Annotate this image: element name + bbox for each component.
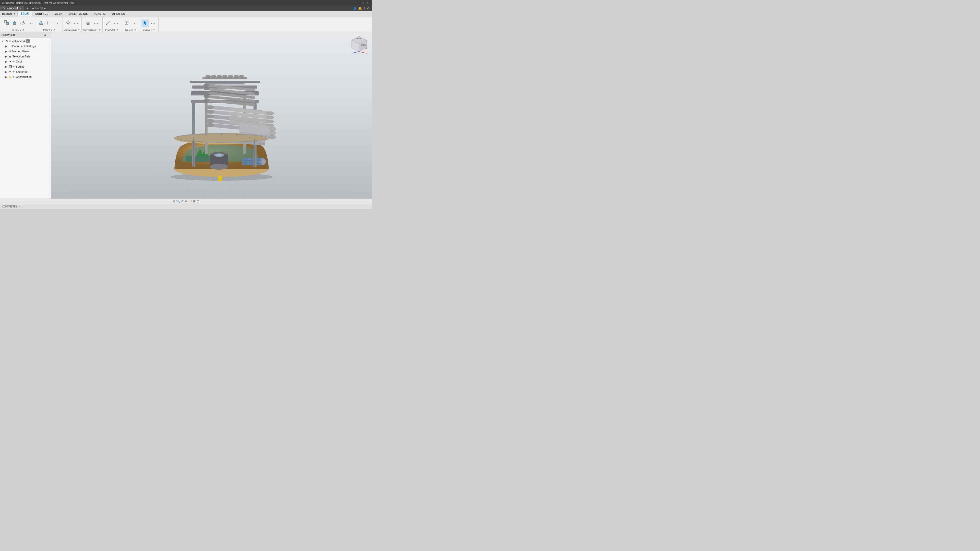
tree-toggle-doc-settings[interactable]: ▶: [5, 45, 8, 48]
select-label: SELECT ▼: [143, 29, 155, 32]
tree-toggle-origin[interactable]: ▶: [5, 60, 8, 63]
more-create-button[interactable]: ⋯: [27, 20, 34, 26]
ribbon-tab-sheet-metal[interactable]: SHEET METAL: [65, 11, 91, 17]
design-mode-label: DESIGN: [2, 13, 12, 15]
comments-label: COMMENTS: [2, 205, 17, 208]
extrude-icon: [12, 20, 18, 26]
new-component-icon: [3, 20, 9, 26]
close-button[interactable]: ✕: [366, 1, 370, 5]
svg-rect-89: [218, 176, 222, 181]
tree-toggle-sketches[interactable]: ▶: [5, 70, 8, 73]
tree-icon-sketches: ✏: [8, 70, 12, 73]
grid-icon[interactable]: ⊞: [193, 200, 196, 203]
browser-tree: ▼ ⚙ 👁 calliope v4 ● ▶ 📄 Document Setting…: [0, 38, 51, 198]
more-inspect-icon: ⋯: [114, 21, 118, 25]
settings-icon[interactable]: ⚙: [367, 6, 370, 10]
extrude-button[interactable]: [11, 19, 18, 27]
tab-calliope-v4[interactable]: ⚙ calliope v4 ✕: [0, 6, 24, 11]
select-button[interactable]: [142, 19, 149, 27]
help-icon[interactable]: ?: [364, 6, 365, 10]
navigation-gizmo[interactable]: TOP BACK X Y: [349, 35, 369, 56]
fillet-button[interactable]: [46, 19, 53, 27]
svg-point-73: [267, 111, 274, 115]
more-assemble-icon: ⋯: [74, 21, 78, 25]
new-component-button[interactable]: [3, 19, 10, 27]
viewport[interactable]: TOP BACK X Y: [51, 32, 372, 198]
fit-to-screen-icon[interactable]: ⊕: [173, 200, 175, 203]
insert-button[interactable]: [123, 19, 130, 27]
select-icon: [142, 20, 148, 26]
tree-toggle-named-views[interactable]: ▶: [5, 50, 8, 53]
user-icon[interactable]: 👤: [353, 6, 356, 10]
tree-label-root: calliope v4: [12, 40, 25, 43]
tree-eye-origin[interactable]: 👁: [12, 60, 16, 63]
pan-icon[interactable]: ✥: [185, 200, 187, 203]
svg-text:TOP: TOP: [357, 37, 361, 40]
minimize-button[interactable]: —: [357, 1, 360, 5]
notification-icon[interactable]: 🔔: [358, 6, 362, 10]
more-assemble-button[interactable]: ⋯: [73, 20, 80, 26]
new-tab-button[interactable]: +: [24, 6, 30, 11]
browser-collapse-button[interactable]: ◀: [44, 34, 46, 37]
tab-prev[interactable]: ◀: [32, 7, 34, 10]
tree-toggle-bodies[interactable]: ▶: [5, 65, 8, 68]
ribbon-tab-solid[interactable]: SOLID: [18, 11, 32, 17]
offset-plane-button[interactable]: [84, 19, 92, 27]
comments-expand[interactable]: ⋮: [21, 205, 24, 208]
tree-label-named-views: Named Views: [12, 50, 30, 53]
tree-label-doc-settings: Document Settings: [12, 44, 36, 48]
tree-item-doc-settings[interactable]: ▶ 📄 Document Settings: [0, 44, 51, 49]
tree-item-origin[interactable]: ▶ ✦ 👁 Origin: [0, 59, 51, 64]
tree-item-sketches[interactable]: ▶ ✏ 👁 Sketches: [0, 69, 51, 74]
tree-item-root[interactable]: ▼ ⚙ 👁 calliope v4 ●: [0, 38, 51, 44]
ribbon-tab-utilities[interactable]: UTILITIES: [109, 11, 128, 17]
tree-item-selection-sets[interactable]: ▶ ⊞ Selection Sets: [0, 54, 51, 59]
tree-toggle-construction[interactable]: ▶: [5, 76, 8, 78]
svg-point-78: [269, 131, 276, 135]
shadow-icon[interactable]: ◫: [197, 200, 199, 203]
tab-close-button[interactable]: ✕: [19, 7, 21, 10]
more-modify-button[interactable]: ⋯: [54, 20, 61, 26]
svg-line-101: [359, 52, 367, 53]
joint-button[interactable]: [64, 19, 72, 27]
press-pull-button[interactable]: [38, 19, 45, 27]
ribbon-group-modify: ⋯ MODIFY ▼: [36, 17, 63, 32]
display-mode-icon[interactable]: ⬜: [188, 200, 192, 203]
tree-item-construction[interactable]: ▶ 📐 👁 Construction: [0, 74, 51, 79]
ribbon-group-construct: ⋯ CONSTRUCT ▼: [82, 17, 103, 32]
more-construct-button[interactable]: ⋯: [92, 20, 100, 26]
more-create-icon: ⋯: [28, 21, 33, 25]
tree-item-named-views[interactable]: ▶ 👁 Named Views: [0, 49, 51, 54]
ribbon-group-create: ⋯ CREATE ▼: [1, 17, 36, 32]
ribbon-tab-plastic[interactable]: PLASTIC: [91, 11, 109, 17]
design-mode-selector[interactable]: DESIGN ▼: [0, 11, 18, 17]
tree-toggle-selection-sets[interactable]: ▶: [5, 55, 8, 58]
more-inspect-button[interactable]: ⋯: [112, 20, 119, 26]
tree-toggle-root[interactable]: ▼: [1, 40, 5, 43]
joint-icon: [65, 20, 71, 26]
tree-eye-bodies[interactable]: 👁: [12, 65, 16, 68]
tree-eye-construction[interactable]: 👁: [12, 76, 16, 78]
ribbon-tab-mesh[interactable]: MESH: [52, 11, 65, 17]
tree-eye-root[interactable]: 👁: [9, 40, 12, 43]
ribbon-tab-surface[interactable]: SURFACE: [32, 11, 51, 17]
measure-button[interactable]: [104, 19, 112, 27]
design-mode-dropdown[interactable]: ▼: [13, 13, 15, 15]
tab-next[interactable]: ▶: [44, 7, 46, 10]
more-select-button[interactable]: ⋯: [150, 20, 157, 26]
title-bar: Autodesk Fusion 360 (Personal - Not for …: [0, 0, 372, 6]
tree-eye-sketches[interactable]: 👁: [12, 70, 16, 73]
more-insert-button[interactable]: ⋯: [131, 20, 138, 26]
zoom-icon[interactable]: 🔍: [176, 200, 180, 203]
svg-rect-1: [6, 22, 8, 25]
restore-button[interactable]: □: [361, 1, 365, 5]
svg-marker-20: [144, 21, 146, 25]
revolve-button[interactable]: [19, 19, 27, 27]
tree-icon-doc-settings: 📄: [8, 45, 12, 48]
construct-label: CONSTRUCT ▼: [83, 29, 101, 32]
tree-item-bodies[interactable]: ▶ 🔲 👁 Bodies: [0, 64, 51, 69]
browser-menu-button[interactable]: ⋮: [47, 34, 49, 37]
orbit-icon[interactable]: ↺: [181, 200, 183, 203]
window-controls: — □ ✕: [357, 1, 370, 5]
comments-icon[interactable]: ●: [18, 205, 20, 208]
